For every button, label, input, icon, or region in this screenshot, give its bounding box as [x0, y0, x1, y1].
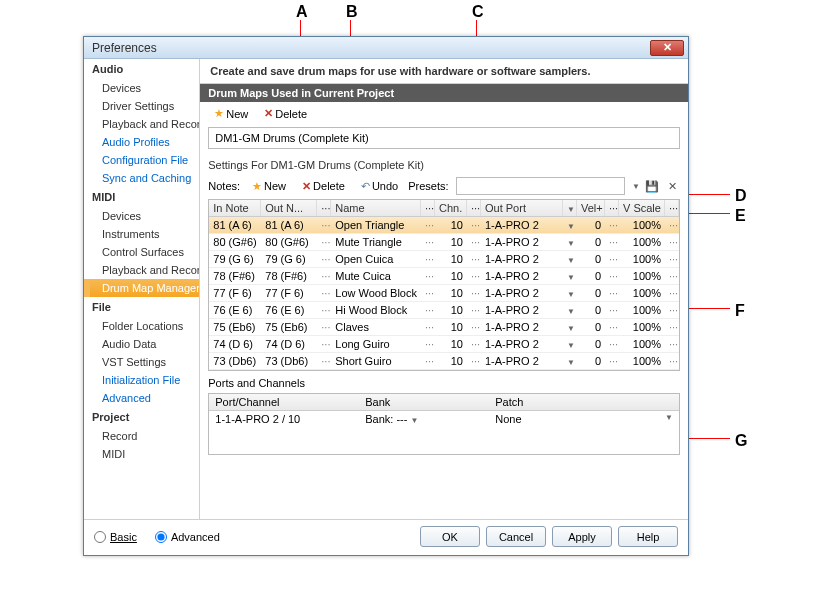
delete-note-button[interactable]: ✕Delete — [296, 178, 351, 195]
sidebar-item-midi-devices[interactable]: Devices — [84, 207, 199, 225]
cell-out[interactable]: 79 (G 6) — [261, 251, 317, 267]
cell-port[interactable]: 1-A-PRO 2 — [481, 336, 563, 352]
sidebar-item-config-file[interactable]: Configuration File — [84, 151, 199, 169]
delete-map-button[interactable]: ✕Delete — [258, 105, 313, 122]
advanced-radio[interactable]: Advanced — [155, 531, 220, 543]
sidebar-item-record[interactable]: Record — [84, 427, 199, 445]
cell-chn[interactable]: 10 — [435, 302, 467, 318]
sidebar-item-playback-recording[interactable]: Playback and Recording — [84, 115, 199, 133]
maps-listbox[interactable]: DM1-GM Drums (Complete Kit) — [208, 127, 680, 149]
cell-chn[interactable]: 10 — [435, 234, 467, 250]
cell-name[interactable]: Open Triangle — [331, 217, 421, 233]
apply-button[interactable]: Apply — [552, 526, 612, 547]
delete-preset-button[interactable]: ✕ — [664, 178, 680, 194]
chevron-down-icon[interactable]: ▼ — [411, 416, 419, 425]
cell-port-channel[interactable]: 1-1-A-PRO 2 / 10 — [209, 411, 359, 427]
sidebar-item-driver-settings[interactable]: Driver Settings — [84, 97, 199, 115]
hdr-in-note[interactable]: In Note — [209, 200, 261, 216]
cell-port[interactable]: 1-A-PRO 2 — [481, 319, 563, 335]
sidebar-item-folder-locations[interactable]: Folder Locations — [84, 317, 199, 335]
hdr-chn[interactable]: Chn. — [435, 200, 467, 216]
table-row[interactable]: 77 (F 6)77 (F 6)···Low Wood Block···10··… — [209, 285, 679, 302]
cell-out[interactable]: 73 (Db6) — [261, 353, 317, 369]
chevron-down-icon[interactable]: ▼ — [632, 182, 640, 191]
sidebar-item-vst-settings[interactable]: VST Settings — [84, 353, 199, 371]
cell-name[interactable]: Mute Triangle — [331, 234, 421, 250]
cell-port[interactable]: 1-A-PRO 2 — [481, 268, 563, 284]
hdr-name[interactable]: Name — [331, 200, 421, 216]
cell-name[interactable]: Mute Cuica — [331, 268, 421, 284]
cell-vscale[interactable]: 100% — [619, 302, 665, 318]
table-row[interactable]: 76 (E 6)76 (E 6)···Hi Wood Block···10···… — [209, 302, 679, 319]
basic-radio[interactable]: Basic — [94, 531, 137, 543]
cell-patch[interactable]: None ▼ — [489, 411, 679, 427]
ports-grid[interactable]: Port/Channel Bank Patch 1-1-A-PRO 2 / 10… — [208, 393, 680, 455]
cell-vscale[interactable]: 100% — [619, 319, 665, 335]
cell-vel[interactable]: 0 — [577, 319, 605, 335]
cell-vel[interactable]: 0 — [577, 302, 605, 318]
ok-button[interactable]: OK — [420, 526, 480, 547]
presets-combo[interactable] — [456, 177, 626, 195]
cell-name[interactable]: Low Wood Block — [331, 285, 421, 301]
cell-vel[interactable]: 0 — [577, 285, 605, 301]
chevron-down-icon[interactable]: ▼ — [665, 413, 673, 422]
table-row[interactable]: 74 (D 6)74 (D 6)···Long Guiro···10···1-A… — [209, 336, 679, 353]
ports-header[interactable]: Port/Channel Bank Patch — [209, 394, 679, 411]
cell-vscale[interactable]: 100% — [619, 234, 665, 250]
cell-vscale[interactable]: 100% — [619, 285, 665, 301]
cell-chn[interactable]: 10 — [435, 268, 467, 284]
cell-vel[interactable]: 0 — [577, 353, 605, 369]
cell-in[interactable]: 76 (E 6) — [209, 302, 261, 318]
notes-grid[interactable]: In Note Out N... ··· Name ··· Chn. ··· O… — [208, 199, 680, 371]
cell-chn[interactable]: 10 — [435, 285, 467, 301]
cell-vscale[interactable]: 100% — [619, 268, 665, 284]
sidebar-cat-file[interactable]: File — [84, 297, 199, 317]
cell-vscale[interactable]: 100% — [619, 353, 665, 369]
cell-out[interactable]: 78 (F#6) — [261, 268, 317, 284]
hdr-port-channel[interactable]: Port/Channel — [209, 394, 359, 410]
sidebar-item-advanced[interactable]: Advanced — [84, 389, 199, 407]
table-row[interactable]: 80 (G#6)80 (G#6)···Mute Triangle···10···… — [209, 234, 679, 251]
cell-name[interactable]: Claves — [331, 319, 421, 335]
title-bar[interactable]: Preferences ✕ — [84, 37, 688, 59]
cell-in[interactable]: 75 (Eb6) — [209, 319, 261, 335]
cell-vscale[interactable]: 100% — [619, 217, 665, 233]
sidebar-item-midi-playback[interactable]: Playback and Recording — [84, 261, 199, 279]
cell-chn[interactable]: 10 — [435, 217, 467, 233]
sidebar-cat-audio[interactable]: Audio — [84, 59, 199, 79]
cell-out[interactable]: 81 (A 6) — [261, 217, 317, 233]
map-item[interactable]: DM1-GM Drums (Complete Kit) — [215, 132, 368, 144]
cell-out[interactable]: 74 (D 6) — [261, 336, 317, 352]
grid-header[interactable]: In Note Out N... ··· Name ··· Chn. ··· O… — [209, 200, 679, 217]
cell-vel[interactable]: 0 — [577, 217, 605, 233]
cell-out[interactable]: 77 (F 6) — [261, 285, 317, 301]
new-map-button[interactable]: ★New — [208, 105, 254, 122]
cell-port[interactable]: 1-A-PRO 2 — [481, 353, 563, 369]
cell-in[interactable]: 77 (F 6) — [209, 285, 261, 301]
cell-out[interactable]: 75 (Eb6) — [261, 319, 317, 335]
sidebar-item-devices[interactable]: Devices — [84, 79, 199, 97]
hdr-patch[interactable]: Patch — [489, 394, 679, 410]
cell-port[interactable]: 1-A-PRO 2 — [481, 285, 563, 301]
cell-vel[interactable]: 0 — [577, 251, 605, 267]
hdr-out-note[interactable]: Out N... — [261, 200, 317, 216]
category-sidebar[interactable]: Audio Devices Driver Settings Playback a… — [84, 59, 200, 519]
cell-name[interactable]: Short Guiro — [331, 353, 421, 369]
sidebar-item-control-surfaces[interactable]: Control Surfaces — [84, 243, 199, 261]
cell-vel[interactable]: 0 — [577, 268, 605, 284]
cell-chn[interactable]: 10 — [435, 251, 467, 267]
cell-name[interactable]: Open Cuica — [331, 251, 421, 267]
table-row[interactable]: 75 (Eb6)75 (Eb6)···Claves···10···1-A-PRO… — [209, 319, 679, 336]
hdr-port[interactable]: Out Port — [481, 200, 563, 216]
cell-chn[interactable]: 10 — [435, 336, 467, 352]
cell-chn[interactable]: 10 — [435, 319, 467, 335]
cell-vscale[interactable]: 100% — [619, 336, 665, 352]
cell-in[interactable]: 79 (G 6) — [209, 251, 261, 267]
sidebar-item-drum-map-manager[interactable]: Drum Map Manager — [84, 279, 199, 297]
sidebar-cat-midi[interactable]: MIDI — [84, 187, 199, 207]
cell-in[interactable]: 73 (Db6) — [209, 353, 261, 369]
new-note-button[interactable]: ★New — [246, 178, 292, 195]
cell-out[interactable]: 76 (E 6) — [261, 302, 317, 318]
table-row[interactable]: 73 (Db6)73 (Db6)···Short Guiro···10···1-… — [209, 353, 679, 370]
cell-name[interactable]: Hi Wood Block — [331, 302, 421, 318]
